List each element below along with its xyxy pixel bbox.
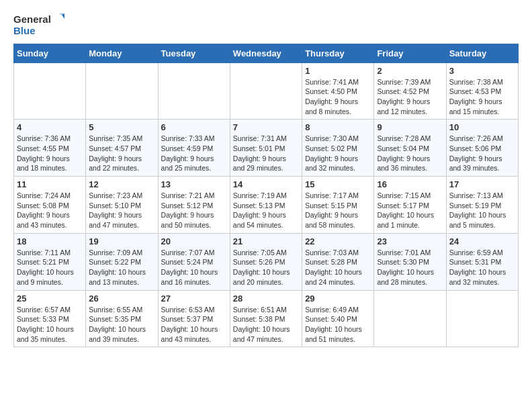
calendar-body: 1Sunrise: 7:41 AM Sunset: 4:50 PM Daylig… (14, 62, 519, 347)
weekday-header-cell: Thursday (302, 44, 374, 62)
day-info: Sunrise: 7:03 AM Sunset: 5:28 PM Dayligh… (305, 248, 371, 287)
day-number: 7 (233, 122, 299, 132)
calendar-cell (230, 62, 302, 120)
logo-bird-icon (52, 13, 64, 26)
day-info: Sunrise: 7:23 AM Sunset: 5:10 PM Dayligh… (89, 191, 154, 230)
day-info: Sunrise: 7:01 AM Sunset: 5:30 PM Dayligh… (377, 248, 443, 287)
day-info: Sunrise: 7:24 AM Sunset: 5:08 PM Dayligh… (17, 191, 83, 230)
logo-general-text: General (13, 14, 51, 26)
day-info: Sunrise: 6:49 AM Sunset: 5:40 PM Dayligh… (305, 305, 371, 345)
day-number: 4 (17, 122, 83, 132)
calendar-cell: 18Sunrise: 7:11 AM Sunset: 5:21 PM Dayli… (14, 233, 86, 290)
calendar-cell (374, 290, 446, 347)
day-info: Sunrise: 7:30 AM Sunset: 5:02 PM Dayligh… (305, 134, 371, 173)
page-header: General Blue (13, 13, 519, 37)
calendar-cell: 7Sunrise: 7:31 AM Sunset: 5:01 PM Daylig… (230, 120, 302, 177)
weekday-header-cell: Friday (374, 44, 446, 62)
logo: General Blue (13, 13, 64, 37)
day-info: Sunrise: 7:09 AM Sunset: 5:22 PM Dayligh… (89, 248, 154, 287)
day-number: 25 (17, 293, 83, 304)
calendar-week-row: 11Sunrise: 7:24 AM Sunset: 5:08 PM Dayli… (14, 177, 519, 234)
calendar-cell: 3Sunrise: 7:38 AM Sunset: 4:53 PM Daylig… (446, 62, 518, 120)
day-info: Sunrise: 6:57 AM Sunset: 5:33 PM Dayligh… (17, 305, 83, 345)
calendar-cell: 24Sunrise: 6:59 AM Sunset: 5:31 PM Dayli… (446, 233, 518, 290)
day-info: Sunrise: 7:19 AM Sunset: 5:13 PM Dayligh… (233, 191, 299, 230)
day-number: 10 (449, 122, 515, 132)
calendar-cell: 15Sunrise: 7:17 AM Sunset: 5:15 PM Dayli… (302, 177, 374, 234)
day-info: Sunrise: 7:26 AM Sunset: 5:06 PM Dayligh… (449, 134, 515, 173)
calendar-cell (14, 62, 86, 120)
weekday-header-cell: Wednesday (230, 44, 302, 62)
calendar-cell: 10Sunrise: 7:26 AM Sunset: 5:06 PM Dayli… (446, 120, 518, 177)
weekday-header-cell: Sunday (14, 44, 86, 62)
day-number: 27 (161, 293, 227, 304)
calendar-cell: 8Sunrise: 7:30 AM Sunset: 5:02 PM Daylig… (302, 120, 374, 177)
weekday-header-cell: Tuesday (158, 44, 230, 62)
day-info: Sunrise: 6:59 AM Sunset: 5:31 PM Dayligh… (449, 248, 515, 287)
day-info: Sunrise: 7:11 AM Sunset: 5:21 PM Dayligh… (17, 248, 83, 287)
day-number: 19 (89, 236, 154, 246)
day-info: Sunrise: 7:36 AM Sunset: 4:55 PM Dayligh… (17, 134, 83, 173)
weekday-header-cell: Monday (86, 44, 158, 62)
calendar-cell: 13Sunrise: 7:21 AM Sunset: 5:12 PM Dayli… (158, 177, 230, 234)
calendar-week-row: 18Sunrise: 7:11 AM Sunset: 5:21 PM Dayli… (14, 233, 519, 290)
day-number: 13 (161, 179, 227, 189)
calendar-cell: 2Sunrise: 7:39 AM Sunset: 4:52 PM Daylig… (374, 62, 446, 120)
calendar-cell: 26Sunrise: 6:55 AM Sunset: 5:35 PM Dayli… (86, 290, 158, 347)
day-info: Sunrise: 7:17 AM Sunset: 5:15 PM Dayligh… (305, 191, 371, 230)
day-number: 15 (305, 179, 371, 189)
calendar-table: SundayMondayTuesdayWednesdayThursdayFrid… (13, 44, 519, 348)
day-info: Sunrise: 7:35 AM Sunset: 4:57 PM Dayligh… (89, 134, 154, 173)
calendar-cell: 23Sunrise: 7:01 AM Sunset: 5:30 PM Dayli… (374, 233, 446, 290)
day-number: 18 (17, 236, 83, 246)
calendar-cell: 29Sunrise: 6:49 AM Sunset: 5:40 PM Dayli… (302, 290, 374, 347)
day-number: 8 (305, 122, 371, 132)
day-number: 2 (377, 66, 443, 76)
calendar-cell (86, 62, 158, 120)
calendar-cell: 5Sunrise: 7:35 AM Sunset: 4:57 PM Daylig… (86, 120, 158, 177)
day-number: 29 (305, 293, 371, 304)
weekday-header-row: SundayMondayTuesdayWednesdayThursdayFrid… (14, 44, 519, 62)
day-info: Sunrise: 7:21 AM Sunset: 5:12 PM Dayligh… (161, 191, 227, 230)
calendar-week-row: 1Sunrise: 7:41 AM Sunset: 4:50 PM Daylig… (14, 62, 519, 120)
day-info: Sunrise: 7:33 AM Sunset: 4:59 PM Dayligh… (161, 134, 227, 173)
day-info: Sunrise: 7:07 AM Sunset: 5:24 PM Dayligh… (161, 248, 227, 287)
day-info: Sunrise: 6:53 AM Sunset: 5:37 PM Dayligh… (161, 305, 227, 345)
calendar-cell (158, 62, 230, 120)
calendar-cell: 9Sunrise: 7:28 AM Sunset: 5:04 PM Daylig… (374, 120, 446, 177)
day-info: Sunrise: 7:39 AM Sunset: 4:52 PM Dayligh… (377, 77, 443, 117)
calendar-cell (446, 290, 518, 347)
day-info: Sunrise: 7:38 AM Sunset: 4:53 PM Dayligh… (449, 77, 515, 117)
day-number: 22 (305, 236, 371, 246)
logo-wordmark: General Blue (13, 13, 64, 37)
calendar-cell: 4Sunrise: 7:36 AM Sunset: 4:55 PM Daylig… (14, 120, 86, 177)
calendar-cell: 25Sunrise: 6:57 AM Sunset: 5:33 PM Dayli… (14, 290, 86, 347)
calendar-cell: 21Sunrise: 7:05 AM Sunset: 5:26 PM Dayli… (230, 233, 302, 290)
day-number: 16 (377, 179, 443, 189)
calendar-cell: 22Sunrise: 7:03 AM Sunset: 5:28 PM Dayli… (302, 233, 374, 290)
day-info: Sunrise: 7:41 AM Sunset: 4:50 PM Dayligh… (305, 77, 371, 117)
day-number: 12 (89, 179, 154, 189)
day-info: Sunrise: 7:28 AM Sunset: 5:04 PM Dayligh… (377, 134, 443, 173)
calendar-cell: 1Sunrise: 7:41 AM Sunset: 4:50 PM Daylig… (302, 62, 374, 120)
day-number: 1 (305, 66, 371, 76)
calendar-week-row: 25Sunrise: 6:57 AM Sunset: 5:33 PM Dayli… (14, 290, 519, 347)
day-info: Sunrise: 7:05 AM Sunset: 5:26 PM Dayligh… (233, 248, 299, 287)
calendar-cell: 20Sunrise: 7:07 AM Sunset: 5:24 PM Dayli… (158, 233, 230, 290)
day-number: 26 (89, 293, 154, 304)
calendar-cell: 11Sunrise: 7:24 AM Sunset: 5:08 PM Dayli… (14, 177, 86, 234)
day-number: 28 (233, 293, 299, 304)
calendar-cell: 12Sunrise: 7:23 AM Sunset: 5:10 PM Dayli… (86, 177, 158, 234)
day-info: Sunrise: 7:13 AM Sunset: 5:19 PM Dayligh… (449, 191, 515, 230)
calendar-cell: 16Sunrise: 7:15 AM Sunset: 5:17 PM Dayli… (374, 177, 446, 234)
day-number: 3 (449, 66, 515, 76)
logo-blue-text: Blue (13, 26, 64, 37)
day-number: 20 (161, 236, 227, 246)
day-number: 6 (161, 122, 227, 132)
calendar-week-row: 4Sunrise: 7:36 AM Sunset: 4:55 PM Daylig… (14, 120, 519, 177)
day-number: 9 (377, 122, 443, 132)
day-number: 17 (449, 179, 515, 189)
calendar-cell: 6Sunrise: 7:33 AM Sunset: 4:59 PM Daylig… (158, 120, 230, 177)
day-info: Sunrise: 6:51 AM Sunset: 5:38 PM Dayligh… (233, 305, 299, 345)
weekday-header-cell: Saturday (446, 44, 518, 62)
